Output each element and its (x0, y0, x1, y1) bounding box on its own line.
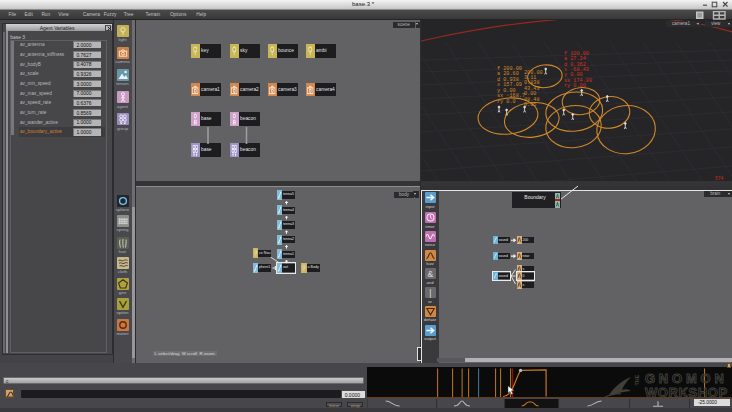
svg-text:WORKSHOP: WORKSHOP (645, 385, 728, 398)
svg-text:GNOMON: GNOMON (645, 370, 728, 385)
svg-text:THE: THE (635, 374, 641, 385)
